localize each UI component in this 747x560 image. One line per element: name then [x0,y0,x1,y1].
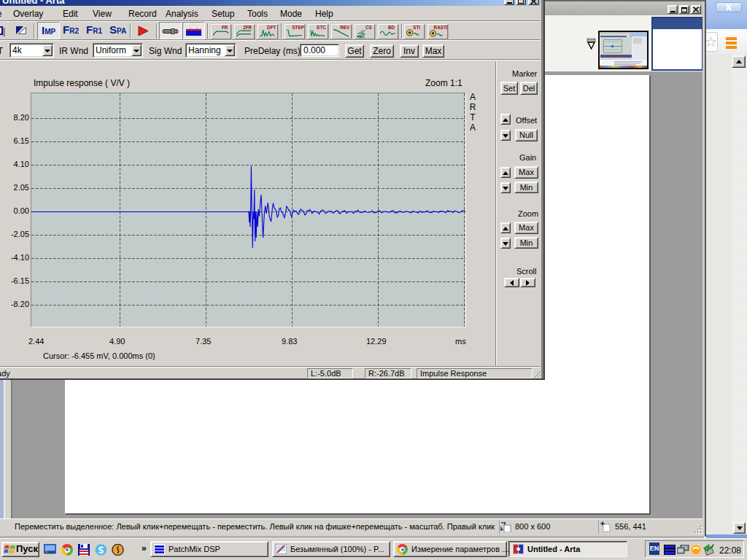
svg-text:STEP: STEP [292,25,304,30]
svg-text:CS: CS [365,25,372,30]
svg-text:ETC: ETC [317,25,326,30]
svg-text:RASTI: RASTI [434,25,448,30]
svg-text:2FR: 2FR [243,25,252,30]
svg-text:DFT: DFT [267,25,276,30]
svg-text:STI: STI [413,25,420,30]
svg-text:BD: BD [388,25,395,30]
svg-text:FR: FR [222,25,228,30]
svg-text:REV: REV [340,25,350,30]
